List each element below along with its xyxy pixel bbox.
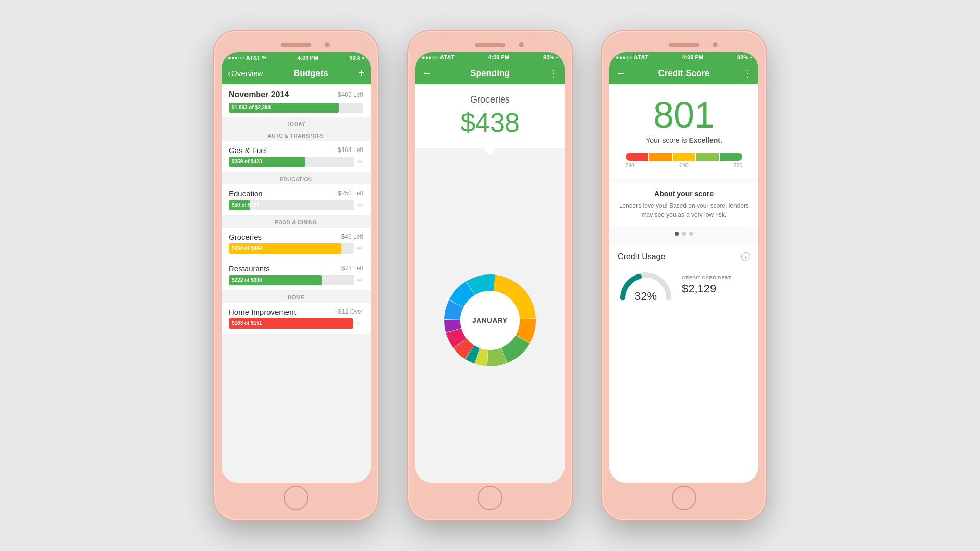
donut-chart: JANUARY JANUARY (434, 264, 546, 377)
nov-bar-fill: $1,893 of $2,298 (229, 103, 339, 113)
restaurants-edit-icon[interactable]: ✏ (357, 276, 363, 284)
budget-item-gas[interactable]: Gas & Fuel $164 Left $259 of $423 ✏ (222, 141, 371, 172)
edu-bar-row: $50 of $300 ✏ (229, 200, 363, 210)
groceries-bar-row: $438 of $484 ✏ (229, 243, 363, 254)
budgets-content: November 2014 $405 Left $1,893 of $2,298… (222, 84, 371, 483)
time-1: 4:09 PM (297, 55, 318, 61)
phone-bottom-3 (609, 483, 758, 513)
credit-score-subtitle: Your score is Excellent. (618, 136, 750, 144)
front-camera-1 (325, 42, 330, 47)
score-labels: 590 640 720 (618, 161, 750, 168)
home-more-icon[interactable]: ⋯ (356, 319, 363, 328)
groceries-item-top: Groceries $46 Left (229, 233, 363, 241)
edu-name: Education (229, 189, 263, 198)
groceries-name: Groceries (229, 233, 262, 241)
edu-left: $250 Left (338, 190, 363, 197)
add-button-budgets[interactable]: + (358, 67, 364, 79)
phone-spending: ●●●○○ AT&T 4:09 PM 90%▪ ← Spending ⋮ Gro… (408, 31, 572, 520)
status-right-2: 90%▪ (543, 54, 558, 60)
section-header-today: TODAY (222, 117, 371, 129)
credit-usage-header: Credit Usage i (618, 252, 750, 261)
dot-1[interactable] (675, 232, 679, 236)
dot-3[interactable] (689, 232, 693, 236)
time-2: 4:09 PM (488, 54, 509, 60)
groceries-bar-text: $438 of $484 (232, 245, 262, 251)
score-label-720: 720 (733, 163, 742, 168)
nav-bar-budgets: ‹ Overview Budgets + (222, 63, 371, 84)
status-right-3: 90%▪ (737, 54, 752, 60)
score-seg-4 (696, 153, 719, 161)
nov-title-row: November 2014 $405 Left (229, 90, 363, 99)
november-header: November 2014 $405 Left $1,893 of $2,298 (222, 84, 371, 117)
score-quality: Excellent. (689, 136, 722, 144)
status-left-2: ●●●○○ AT&T (422, 54, 454, 60)
edu-item-top: Education $250 Left (229, 189, 363, 198)
about-score-section: About your score Lenders love you! Based… (609, 183, 758, 227)
score-notch (731, 153, 738, 157)
debt-label: CREDIT CARD DEBT (682, 275, 750, 280)
battery-1: 90% (349, 55, 360, 61)
dot-2[interactable] (682, 232, 686, 236)
score-seg-1 (626, 153, 648, 161)
edu-bar: $50 of $300 (229, 200, 354, 210)
more-icon-credit[interactable]: ⋮ (742, 67, 752, 80)
budget-item-restaurants[interactable]: Restaurants $78 Left $222 of $300 ✏ (222, 259, 371, 291)
back-arrow-spending[interactable]: ← (422, 67, 432, 79)
phone-screen-3: ●●●○○ AT&T 4:09 PM 90%▪ ← Credit Score ⋮… (609, 52, 758, 483)
nov-bar: $1,893 of $2,298 (229, 103, 363, 113)
home-button-1[interactable] (284, 486, 308, 510)
budget-item-groceries[interactable]: Groceries $46 Left $438 of $484 ✏ (222, 228, 371, 259)
home-button-3[interactable] (672, 486, 696, 510)
restaurants-bar-fill: $222 of $300 (229, 275, 322, 285)
info-icon-credit-usage[interactable]: i (741, 252, 750, 261)
phone-screen-1: ●●●○○ AT&T ↬ 4:09 PM 90% ▪ ‹ Overview Bu… (222, 52, 371, 483)
status-bar-3: ●●●○○ AT&T 4:09 PM 90%▪ (609, 52, 758, 63)
gas-left: $164 Left (338, 146, 363, 154)
nav-bar-credit: ← Credit Score ⋮ (609, 63, 758, 84)
gas-bar-fill: $259 of $423 (229, 157, 305, 167)
back-chevron-budgets[interactable]: ‹ (228, 69, 230, 78)
score-seg-5 (720, 153, 742, 161)
more-icon-spending[interactable]: ⋮ (548, 67, 558, 80)
nav-title-spending: Spending (436, 68, 544, 79)
phone-bottom-1 (222, 483, 371, 513)
carrier-3: ●●●○○ AT&T (616, 54, 648, 60)
gas-bar: $259 of $423 (229, 157, 354, 167)
restaurants-bar: $222 of $300 (229, 275, 354, 285)
spending-content: Groceries $438 JANUARY JANUARY (415, 84, 565, 483)
section-header-auto: AUTO & TRANSPORT (222, 129, 371, 141)
gas-item-top: Gas & Fuel $164 Left (229, 146, 363, 155)
page-dots (609, 232, 758, 236)
home-bar-row: $163 of $151 ⋯ (229, 318, 363, 329)
nav-back-budgets[interactable]: ‹ Overview (228, 69, 263, 78)
phone-top-1 (222, 38, 371, 52)
home-button-2[interactable] (478, 486, 502, 510)
score-label: Your score is (646, 136, 687, 144)
status-bar-1: ●●●○○ AT&T ↬ 4:09 PM 90% ▪ (222, 52, 371, 63)
score-seg-3 (673, 153, 695, 161)
credit-usage-title: Credit Usage (618, 252, 665, 261)
gas-bar-row: $259 of $423 ✏ (229, 157, 363, 167)
groceries-edit-icon[interactable]: ✏ (357, 244, 363, 253)
gas-edit-icon[interactable]: ✏ (357, 158, 363, 166)
home-bar-fill: $163 of $151 (229, 318, 353, 329)
edu-edit-icon[interactable]: ✏ (357, 201, 363, 209)
back-arrow-credit[interactable]: ← (616, 67, 626, 79)
gas-bar-text: $259 of $423 (232, 159, 262, 164)
nov-left: $405 Left (338, 91, 363, 98)
speaker-3 (669, 43, 699, 47)
home-name: Home Improvement (229, 308, 296, 316)
time-3: 4:09 PM (682, 54, 703, 60)
budget-item-home[interactable]: Home Improvement −$12 Over $163 of $151 … (222, 303, 371, 334)
front-camera-2 (519, 42, 524, 47)
back-label-budgets[interactable]: Overview (231, 69, 263, 78)
battery-icon-1: ▪ (362, 55, 364, 61)
credit-usage-card: Credit Usage i 32% (609, 245, 758, 483)
score-label-590: 590 (626, 163, 634, 168)
spending-amount: $438 (424, 109, 556, 136)
credit-card-debt: CREDIT CARD DEBT $2,129 (682, 275, 750, 295)
status-right-1: 90% ▪ (349, 55, 364, 61)
speaker-2 (475, 43, 505, 47)
budget-item-education[interactable]: Education $250 Left $50 of $300 ✏ (222, 184, 371, 216)
gauge-label: 32% (634, 290, 657, 303)
